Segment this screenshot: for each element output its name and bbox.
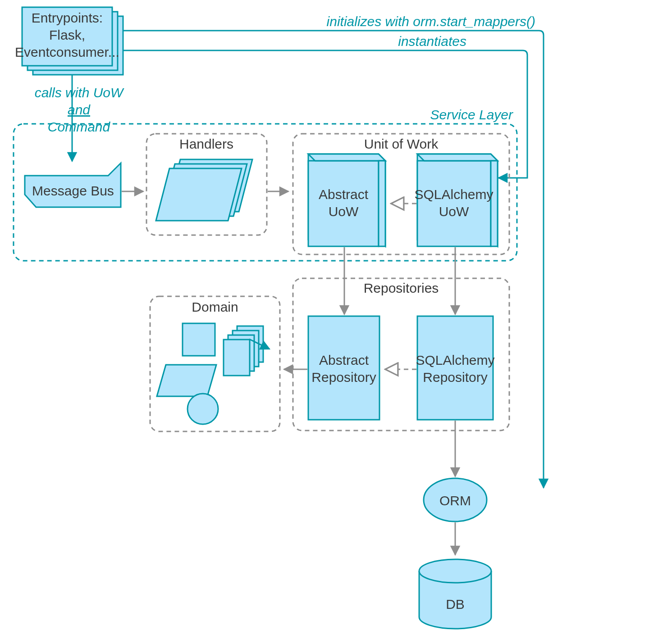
abstract-repo-node: Abstract Repository bbox=[308, 316, 379, 420]
sql-repo-node: SQLAlchemy Repository bbox=[416, 316, 494, 420]
svg-rect-7 bbox=[417, 316, 493, 420]
handlers-parallelograms bbox=[156, 159, 252, 221]
abstract-uow-node: Abstract UoW bbox=[308, 154, 385, 246]
svg-rect-6 bbox=[308, 316, 379, 420]
domain-title: Domain bbox=[192, 299, 238, 314]
entrypoints-line1: Entrypoints: bbox=[32, 10, 103, 25]
edge-instantiates-label: instantiates bbox=[398, 34, 466, 49]
message-bus-label: Message Bus bbox=[32, 183, 114, 198]
domain-parallelogram-icon bbox=[157, 365, 216, 396]
svg-point-12 bbox=[419, 559, 491, 583]
entrypoints-line2: Flask, bbox=[49, 27, 85, 42]
abstract-repo-l1: Abstract bbox=[319, 353, 369, 367]
sql-uow-l2: UoW bbox=[439, 204, 469, 219]
sqlalchemy-uow-node: SQLAlchemy UoW bbox=[414, 154, 498, 246]
abstract-uow-l2: UoW bbox=[329, 204, 359, 219]
entrypoints-node: Entrypoints: Flask, Eventconsumer... bbox=[15, 7, 123, 75]
domain-notes-icon bbox=[224, 326, 270, 376]
db-label: DB bbox=[446, 597, 465, 612]
sql-uow-l1: SQLAlchemy bbox=[414, 187, 493, 202]
sql-repo-l2: Repository bbox=[423, 370, 487, 385]
orm-label: ORM bbox=[439, 493, 471, 508]
uow-title: Unit of Work bbox=[364, 136, 439, 151]
svg-rect-5 bbox=[417, 161, 491, 246]
abstract-uow-l1: Abstract bbox=[319, 187, 369, 202]
svg-rect-3 bbox=[308, 161, 379, 246]
edge-calls-l1: calls with UoW bbox=[35, 85, 124, 100]
service-layer-title: Service Layer bbox=[430, 107, 513, 122]
edge-calls-l2: and bbox=[68, 102, 91, 117]
message-bus-node: Message Bus bbox=[25, 163, 121, 207]
handlers-title: Handlers bbox=[179, 136, 233, 151]
domain-square-icon bbox=[183, 323, 215, 356]
edge-init-label: initializes with orm.start_mappers() bbox=[327, 14, 535, 29]
db-node: DB bbox=[419, 559, 491, 629]
entrypoints-line3: Eventconsumer... bbox=[15, 45, 119, 59]
edge-calls-l3: Command bbox=[48, 119, 111, 134]
domain-circle-icon bbox=[187, 394, 218, 424]
svg-rect-11 bbox=[224, 340, 250, 376]
repositories-title: Repositories bbox=[364, 281, 439, 295]
abstract-repo-l2: Repository bbox=[311, 370, 376, 385]
sql-repo-l1: SQLAlchemy bbox=[416, 353, 494, 367]
